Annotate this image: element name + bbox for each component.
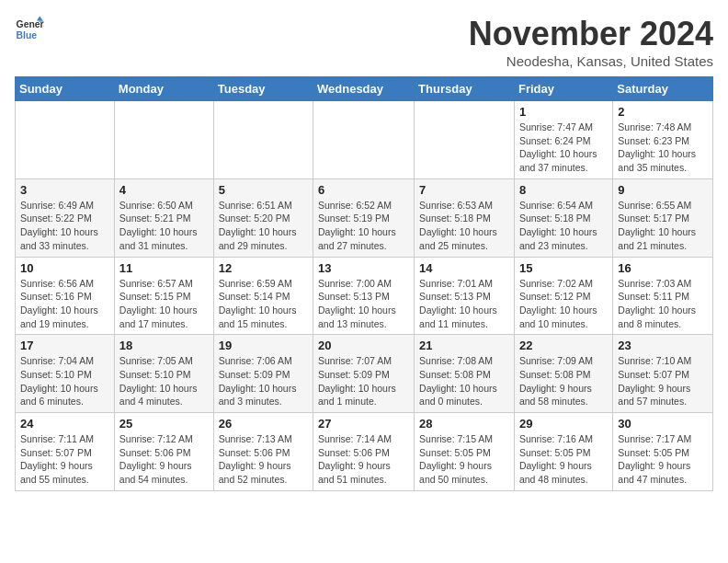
day-number: 7 — [419, 183, 509, 197]
day-number: 6 — [318, 183, 409, 197]
day-number: 18 — [119, 339, 209, 352]
day-number: 12 — [219, 261, 308, 275]
logo: General Blue — [15, 15, 44, 44]
day-detail: Sunrise: 6:53 AM Sunset: 5:18 PM Dayligh… — [419, 199, 509, 253]
calendar-cell: 12Sunrise: 6:59 AM Sunset: 5:14 PM Dayli… — [213, 257, 313, 335]
calendar-cell — [213, 101, 313, 179]
day-detail: Sunrise: 7:14 AM Sunset: 5:06 PM Dayligh… — [318, 432, 409, 487]
day-detail: Sunrise: 6:52 AM Sunset: 5:19 PM Dayligh… — [318, 199, 409, 253]
day-detail: Sunrise: 7:16 AM Sunset: 5:05 PM Dayligh… — [519, 432, 608, 487]
day-number: 23 — [618, 339, 708, 352]
day-detail: Sunrise: 6:56 AM Sunset: 5:16 PM Dayligh… — [20, 277, 109, 331]
day-number: 9 — [618, 183, 708, 197]
month-title: November 2024 — [469, 15, 713, 53]
week-row-2: 3Sunrise: 6:49 AM Sunset: 5:22 PM Daylig… — [16, 178, 713, 257]
day-detail: Sunrise: 6:51 AM Sunset: 5:20 PM Dayligh… — [219, 199, 308, 253]
calendar-cell: 15Sunrise: 7:02 AM Sunset: 5:12 PM Dayli… — [514, 257, 612, 335]
day-number: 24 — [20, 417, 109, 431]
day-detail: Sunrise: 7:07 AM Sunset: 5:09 PM Dayligh… — [318, 354, 409, 408]
day-number: 30 — [618, 417, 708, 431]
calendar-cell: 18Sunrise: 7:05 AM Sunset: 5:10 PM Dayli… — [114, 335, 213, 413]
day-number: 27 — [318, 417, 409, 431]
day-detail: Sunrise: 7:09 AM Sunset: 5:08 PM Dayligh… — [519, 354, 608, 408]
week-row-4: 17Sunrise: 7:04 AM Sunset: 5:10 PM Dayli… — [16, 335, 713, 413]
day-number: 3 — [20, 183, 109, 197]
day-detail: Sunrise: 7:08 AM Sunset: 5:08 PM Dayligh… — [419, 354, 509, 408]
calendar-cell: 10Sunrise: 6:56 AM Sunset: 5:16 PM Dayli… — [16, 257, 115, 335]
day-detail: Sunrise: 7:48 AM Sunset: 6:23 PM Dayligh… — [618, 121, 708, 175]
calendar-cell: 5Sunrise: 6:51 AM Sunset: 5:20 PM Daylig… — [213, 178, 313, 257]
weekday-header-wednesday: Wednesday — [313, 77, 415, 101]
calendar-cell: 26Sunrise: 7:13 AM Sunset: 5:06 PM Dayli… — [213, 413, 313, 491]
day-number: 4 — [119, 183, 209, 197]
day-number: 13 — [318, 261, 409, 275]
day-number: 5 — [219, 183, 308, 197]
day-detail: Sunrise: 6:59 AM Sunset: 5:14 PM Dayligh… — [219, 277, 308, 331]
weekday-header-friday: Friday — [514, 77, 612, 101]
week-row-1: 1Sunrise: 7:47 AM Sunset: 6:24 PM Daylig… — [16, 101, 713, 179]
day-detail: Sunrise: 7:13 AM Sunset: 5:06 PM Dayligh… — [219, 432, 308, 487]
calendar-cell: 3Sunrise: 6:49 AM Sunset: 5:22 PM Daylig… — [16, 178, 115, 257]
weekday-header-row: SundayMondayTuesdayWednesdayThursdayFrid… — [16, 77, 713, 101]
calendar-cell: 24Sunrise: 7:11 AM Sunset: 5:07 PM Dayli… — [16, 413, 115, 491]
day-number: 2 — [618, 105, 708, 119]
day-number: 22 — [519, 339, 608, 352]
calendar-cell: 17Sunrise: 7:04 AM Sunset: 5:10 PM Dayli… — [16, 335, 115, 413]
calendar-cell: 22Sunrise: 7:09 AM Sunset: 5:08 PM Dayli… — [514, 335, 612, 413]
day-number: 28 — [419, 417, 509, 431]
day-number: 16 — [618, 261, 708, 275]
calendar-cell: 19Sunrise: 7:06 AM Sunset: 5:09 PM Dayli… — [213, 335, 313, 413]
title-area: November 2024 Neodesha, Kansas, United S… — [469, 15, 713, 69]
day-number: 21 — [419, 339, 509, 352]
day-detail: Sunrise: 7:06 AM Sunset: 5:09 PM Dayligh… — [219, 354, 308, 408]
calendar-cell: 27Sunrise: 7:14 AM Sunset: 5:06 PM Dayli… — [313, 413, 415, 491]
calendar-cell: 16Sunrise: 7:03 AM Sunset: 5:11 PM Dayli… — [613, 257, 713, 335]
day-detail: Sunrise: 6:54 AM Sunset: 5:18 PM Dayligh… — [519, 199, 608, 253]
calendar-cell: 20Sunrise: 7:07 AM Sunset: 5:09 PM Dayli… — [313, 335, 415, 413]
day-detail: Sunrise: 7:15 AM Sunset: 5:05 PM Dayligh… — [419, 432, 509, 487]
day-number: 17 — [20, 339, 109, 352]
calendar-cell — [415, 101, 515, 179]
calendar-cell: 9Sunrise: 6:55 AM Sunset: 5:17 PM Daylig… — [613, 178, 713, 257]
calendar-cell — [16, 101, 115, 179]
calendar-cell: 1Sunrise: 7:47 AM Sunset: 6:24 PM Daylig… — [514, 101, 612, 179]
weekday-header-sunday: Sunday — [16, 77, 115, 101]
week-row-3: 10Sunrise: 6:56 AM Sunset: 5:16 PM Dayli… — [16, 257, 713, 335]
day-detail: Sunrise: 7:05 AM Sunset: 5:10 PM Dayligh… — [119, 354, 209, 408]
calendar-cell: 2Sunrise: 7:48 AM Sunset: 6:23 PM Daylig… — [613, 101, 713, 179]
calendar-cell: 25Sunrise: 7:12 AM Sunset: 5:06 PM Dayli… — [114, 413, 213, 491]
weekday-header-thursday: Thursday — [415, 77, 515, 101]
weekday-header-tuesday: Tuesday — [213, 77, 313, 101]
calendar-cell: 11Sunrise: 6:57 AM Sunset: 5:15 PM Dayli… — [114, 257, 213, 335]
calendar-cell — [114, 101, 213, 179]
day-detail: Sunrise: 7:11 AM Sunset: 5:07 PM Dayligh… — [20, 432, 109, 487]
calendar-table: SundayMondayTuesdayWednesdayThursdayFrid… — [15, 76, 713, 491]
day-number: 19 — [219, 339, 308, 352]
calendar-cell: 14Sunrise: 7:01 AM Sunset: 5:13 PM Dayli… — [415, 257, 515, 335]
calendar-cell — [313, 101, 415, 179]
day-number: 20 — [318, 339, 409, 352]
calendar-cell: 7Sunrise: 6:53 AM Sunset: 5:18 PM Daylig… — [415, 178, 515, 257]
calendar-cell: 4Sunrise: 6:50 AM Sunset: 5:21 PM Daylig… — [114, 178, 213, 257]
day-number: 25 — [119, 417, 209, 431]
week-row-5: 24Sunrise: 7:11 AM Sunset: 5:07 PM Dayli… — [16, 413, 713, 491]
day-number: 1 — [519, 105, 608, 119]
day-detail: Sunrise: 7:47 AM Sunset: 6:24 PM Dayligh… — [519, 121, 608, 175]
day-number: 10 — [20, 261, 109, 275]
day-detail: Sunrise: 7:02 AM Sunset: 5:12 PM Dayligh… — [519, 277, 608, 331]
day-detail: Sunrise: 6:57 AM Sunset: 5:15 PM Dayligh… — [119, 277, 209, 331]
logo-icon: General Blue — [15, 15, 44, 44]
day-number: 8 — [519, 183, 608, 197]
page-header: General Blue November 2024 Neodesha, Kan… — [15, 15, 713, 69]
day-number: 15 — [519, 261, 608, 275]
weekday-header-monday: Monday — [114, 77, 213, 101]
day-detail: Sunrise: 7:10 AM Sunset: 5:07 PM Dayligh… — [618, 354, 708, 408]
calendar-cell: 8Sunrise: 6:54 AM Sunset: 5:18 PM Daylig… — [514, 178, 612, 257]
calendar-cell: 30Sunrise: 7:17 AM Sunset: 5:05 PM Dayli… — [613, 413, 713, 491]
day-detail: Sunrise: 7:03 AM Sunset: 5:11 PM Dayligh… — [618, 277, 708, 331]
calendar-cell: 28Sunrise: 7:15 AM Sunset: 5:05 PM Dayli… — [415, 413, 515, 491]
calendar-cell: 21Sunrise: 7:08 AM Sunset: 5:08 PM Dayli… — [415, 335, 515, 413]
location-title: Neodesha, Kansas, United States — [469, 53, 713, 69]
day-detail: Sunrise: 6:55 AM Sunset: 5:17 PM Dayligh… — [618, 199, 708, 253]
day-detail: Sunrise: 7:04 AM Sunset: 5:10 PM Dayligh… — [20, 354, 109, 408]
